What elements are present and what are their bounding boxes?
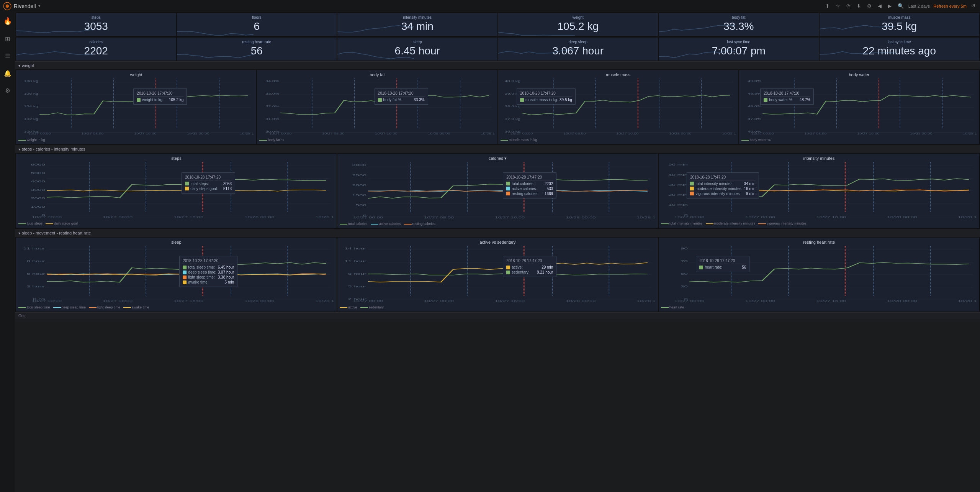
- chart-title: sleep: [18, 240, 334, 244]
- stat-card: floors 6: [177, 13, 337, 36]
- svg-text:10/27 16:00: 10/27 16:00: [375, 132, 397, 135]
- section-header-sleep[interactable]: sleep - movement - resting heart rate: [15, 229, 980, 237]
- svg-text:106 kg: 106 kg: [24, 92, 38, 95]
- stat-card: sleep 6.45 hour: [337, 38, 497, 61]
- svg-text:10/27 16:00: 10/27 16:00: [816, 216, 846, 219]
- svg-text:10/27 00:00: 10/27 00:00: [28, 132, 51, 135]
- chart-card: intensity minutes 50 min40 min30 min20 m…: [659, 154, 979, 228]
- app-title[interactable]: Rivendell: [14, 3, 36, 9]
- sidebar-icon-logo[interactable]: 🔥: [2, 15, 13, 27]
- star-button[interactable]: ☆: [834, 2, 842, 10]
- sidebar-icon-alerts[interactable]: 🔔: [2, 68, 13, 79]
- svg-text:38.0 kg: 38.0 kg: [504, 105, 520, 108]
- layout: 🔥 ⊞ ☰ 🔔 ⚙ steps 3053 floors 6 intensity …: [0, 12, 980, 492]
- stat-label: resting heart rate: [181, 40, 333, 44]
- stat-card: muscle mass 39.5 kg: [820, 13, 980, 36]
- chart-card: body fat 34.0%33.0%32.0%31.0%30.0% 10/27…: [257, 70, 497, 144]
- legend-item: body water %: [741, 138, 771, 142]
- section-header-steps[interactable]: steps - calories - intensity minutes: [15, 145, 980, 153]
- svg-text:10/28 16:00: 10/28 16:00: [481, 132, 495, 135]
- legend-item: heart rate: [661, 305, 684, 309]
- refresh-button[interactable]: ↺: [970, 2, 977, 10]
- svg-text:10 min: 10 min: [668, 203, 688, 207]
- svg-text:90: 90: [681, 247, 688, 250]
- stat-label: weight: [502, 15, 654, 20]
- chart-card: weight 108 kg106 kg104 kg102 kg100 kg 10…: [16, 70, 256, 144]
- svg-text:10/27 16:00: 10/27 16:00: [134, 132, 156, 135]
- sidebar-icon-settings[interactable]: ⚙: [3, 85, 12, 96]
- stat-card: resting heart rate 56: [177, 38, 337, 61]
- svg-text:48.5%: 48.5%: [748, 92, 761, 95]
- section-header-weight[interactable]: weight: [15, 61, 980, 69]
- svg-text:10/28 00:00: 10/28 00:00: [244, 300, 274, 303]
- svg-text:47.0%: 47.0%: [748, 117, 761, 120]
- svg-text:10/27 08:00: 10/27 08:00: [424, 216, 454, 219]
- svg-text:10/28 00:00: 10/28 00:00: [887, 300, 917, 303]
- main-content: steps 3053 floors 6 intensity minutes 34…: [15, 12, 980, 492]
- chart-legend: total caloriesactive caloriesresting cal…: [340, 222, 656, 226]
- settings-button[interactable]: ⚙: [865, 2, 873, 10]
- svg-text:37.0 kg: 37.0 kg: [504, 117, 520, 120]
- steps-charts: steps 6000500040003000200010000 10/27 00…: [15, 153, 980, 229]
- svg-text:10/27 16:00: 10/27 16:00: [495, 216, 525, 219]
- svg-text:3000: 3000: [352, 163, 366, 167]
- sidebar-icon-grid[interactable]: ⊞: [3, 34, 11, 44]
- chart-title: intensity minutes: [661, 156, 977, 161]
- stat-card: body fat 33.3%: [659, 13, 819, 36]
- share-button[interactable]: ⬆: [824, 2, 831, 10]
- legend-item: active calories: [371, 222, 401, 226]
- svg-text:40 min: 40 min: [668, 173, 688, 177]
- svg-text:10/27 00:00: 10/27 00:00: [32, 300, 62, 303]
- svg-text:10/27 08:00: 10/27 08:00: [322, 132, 344, 135]
- chart-card: body water 49.0%48.5%48.0%47.0%46.0% 10/…: [739, 70, 979, 144]
- legend-item: resting calories: [404, 222, 436, 226]
- svg-text:39.0 kg: 39.0 kg: [504, 92, 520, 95]
- chart-title: body fat: [259, 72, 495, 77]
- legend-item: sedentary: [360, 305, 384, 309]
- svg-text:70: 70: [681, 259, 688, 263]
- svg-text:10/27 00:00: 10/27 00:00: [751, 132, 774, 135]
- svg-text:31.0%: 31.0%: [266, 117, 280, 120]
- save-button[interactable]: ⬇: [855, 2, 862, 10]
- legend-item: vigorous intensity minutes: [758, 221, 807, 225]
- svg-text:20 min: 20 min: [668, 193, 688, 197]
- title-chevron[interactable]: ▾: [38, 4, 40, 8]
- chart-legend: weight in kg: [18, 138, 254, 142]
- svg-text:102 kg: 102 kg: [24, 117, 38, 120]
- chart-title: active vs sedentary: [340, 240, 656, 244]
- stat-label: last sync time: [823, 40, 976, 44]
- cycle-button[interactable]: ⟳: [845, 2, 852, 10]
- svg-text:30 min: 30 min: [668, 183, 688, 187]
- svg-text:34.0%: 34.0%: [266, 80, 280, 83]
- chart-title: weight: [18, 72, 254, 77]
- legend-item: light sleep time: [89, 305, 120, 309]
- sidebar-icon-menu[interactable]: ☰: [3, 51, 12, 61]
- stat-card: last sync time 7:00:07 pm: [659, 38, 819, 61]
- svg-text:10/28 00:00: 10/28 00:00: [428, 132, 450, 135]
- svg-text:8 hour: 8 hour: [348, 272, 367, 276]
- svg-text:3 hour: 3 hour: [27, 285, 46, 288]
- svg-text:10/27 08:00: 10/27 08:00: [745, 300, 775, 303]
- stat-card: weight 105.2 kg: [498, 13, 658, 36]
- svg-text:10/27 00:00: 10/27 00:00: [32, 216, 62, 219]
- svg-text:104 kg: 104 kg: [24, 105, 38, 108]
- chart-legend: body water %: [741, 138, 977, 142]
- svg-text:10/28 00:00: 10/28 00:00: [244, 216, 274, 219]
- stat-label: calories: [20, 40, 172, 44]
- svg-text:48.0%: 48.0%: [748, 105, 761, 108]
- stat-label: floors: [181, 15, 333, 20]
- stat-card: last sync time 22 minutes ago: [820, 38, 980, 61]
- svg-text:10/28 00:00: 10/28 00:00: [187, 132, 209, 135]
- svg-point-1: [6, 4, 9, 8]
- chart-card: sleep 11 hour8 hour6 hour3 hour0 ns 10/2…: [16, 238, 337, 312]
- svg-text:108 kg: 108 kg: [24, 80, 38, 83]
- svg-text:30: 30: [681, 285, 688, 288]
- svg-text:33.0%: 33.0%: [266, 92, 280, 95]
- prev-button[interactable]: ◀: [876, 2, 883, 10]
- svg-text:50: 50: [681, 272, 688, 276]
- next-button[interactable]: ▶: [886, 2, 893, 10]
- svg-text:10/28 16:00: 10/28 16:00: [315, 216, 334, 219]
- svg-text:32.0%: 32.0%: [266, 105, 280, 108]
- chart-legend: total sleep timedeep sleep timelight sle…: [18, 305, 334, 309]
- zoom-button[interactable]: 🔍: [896, 2, 905, 10]
